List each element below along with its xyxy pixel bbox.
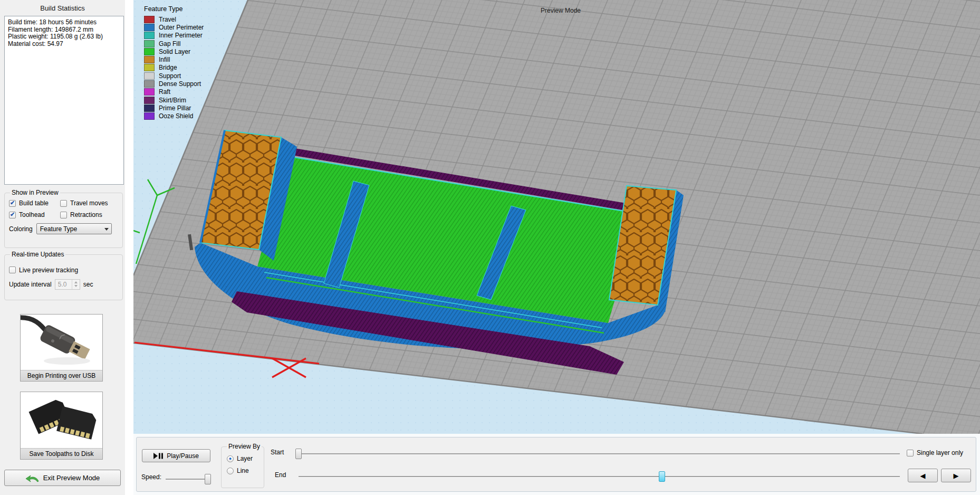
- end-layer-slider[interactable]: [299, 476, 900, 478]
- start-slider-handle[interactable]: [295, 449, 302, 459]
- stat-build-time: Build time: 18 hours 56 minutes: [8, 19, 120, 26]
- begin-printing-usb-button[interactable]: Begin Printing over USB: [20, 314, 103, 382]
- checkbox-box: ✔: [9, 200, 16, 207]
- build-statistics-box: Build time: 18 hours 56 minutes Filament…: [4, 16, 124, 185]
- build-statistics-title: Build Statistics: [0, 4, 125, 12]
- legend-item: Prime Pillar: [144, 104, 204, 112]
- legend-item: Outer Perimeter: [144, 23, 204, 31]
- legend-swatch-infill: [144, 56, 155, 63]
- legend-item: Ooze Shield: [144, 112, 204, 120]
- coloring-label: Coloring: [9, 225, 33, 233]
- coloring-dropdown[interactable]: Feature Type: [36, 223, 112, 234]
- end-slider-handle[interactable]: [659, 471, 665, 482]
- stat-plastic-weight: Plastic weight: 1195.08 g (2.63 lb): [8, 33, 120, 41]
- green-return-arrow-icon: [25, 474, 39, 482]
- speed-slider[interactable]: [166, 479, 208, 480]
- legend-item: Infill: [144, 55, 204, 63]
- spinner-arrows-icon[interactable]: [72, 280, 80, 289]
- legend-swatch-dense-support: [144, 80, 155, 88]
- checkbox-toolhead[interactable]: ✔ Toolhead: [9, 211, 60, 218]
- sidebar: Build Statistics Build time: 18 hours 56…: [0, 0, 125, 495]
- sd-cards-image: [21, 392, 102, 448]
- left-arrow-icon: ◀: [920, 472, 926, 480]
- legend-swatch-bridge: [144, 64, 155, 71]
- legend-swatch-travel: [144, 16, 155, 23]
- save-toolpaths-button[interactable]: Save Toolpaths to Disk: [20, 392, 103, 460]
- next-layer-button[interactable]: ▶: [941, 469, 971, 482]
- legend-title: Feature Type: [144, 5, 204, 13]
- checkbox-box: [9, 266, 16, 273]
- play-pause-icon: [153, 453, 163, 459]
- legend-swatch-prime-pillar: [144, 104, 155, 112]
- legend-swatch-inner-perimeter: [144, 32, 155, 39]
- show-in-preview-group: Show in Preview ✔ Build table Travel mov…: [4, 189, 123, 248]
- toolbar-region: Play/Pause Speed: Preview By ● Layer Lin…: [133, 434, 980, 495]
- right-arrow-icon: ▶: [954, 472, 959, 480]
- update-interval-spinner[interactable]: 5.0: [55, 279, 80, 290]
- checkbox-box: [907, 450, 914, 456]
- previous-layer-button[interactable]: ◀: [908, 469, 938, 482]
- legend-swatch-skirt-brim: [144, 97, 155, 104]
- preview-by-title: Preview By: [227, 443, 262, 450]
- legend-item: Travel: [144, 15, 204, 23]
- legend-swatch-ooze-shield: [144, 112, 155, 120]
- playback-toolbar: Play/Pause Speed: Preview By ● Layer Lin…: [136, 437, 976, 492]
- start-layer-slider[interactable]: [299, 453, 900, 455]
- usb-plug-image: [21, 315, 102, 370]
- 3d-viewport[interactable]: Feature Type Travel Outer Perimeter Inne…: [133, 0, 980, 434]
- sd-button-label: Save Toolpaths to Disk: [21, 448, 102, 459]
- realtime-updates-group: Real-time Updates Live preview tracking …: [4, 251, 123, 300]
- update-interval-unit: sec: [83, 281, 93, 288]
- simplify3d-preview-window: Build Statistics Build time: 18 hours 56…: [0, 0, 980, 495]
- checkbox-box: [60, 200, 67, 207]
- legend-item: Solid Layer: [144, 47, 204, 55]
- exit-preview-mode-button[interactable]: Exit Preview Mode: [4, 470, 121, 486]
- stat-filament-length: Filament length: 149867.2 mm: [8, 26, 120, 34]
- legend-swatch-raft: [144, 88, 155, 96]
- radio-circle: ●: [227, 455, 234, 462]
- checkbox-single-layer-only[interactable]: Single layer only: [907, 449, 963, 456]
- legend-item: Inner Perimeter: [144, 32, 204, 40]
- show-in-preview-title: Show in Preview: [10, 189, 60, 196]
- legend-swatch-support: [144, 72, 155, 80]
- radio-layer[interactable]: ● Layer: [227, 455, 264, 462]
- chevron-down-icon: [104, 228, 109, 231]
- legend-swatch-solid-layer: [144, 48, 155, 55]
- toolpath-scene: [133, 0, 980, 434]
- usb-button-label: Begin Printing over USB: [21, 370, 102, 381]
- play-pause-button[interactable]: Play/Pause: [142, 449, 210, 462]
- legend-item: Skirt/Brim: [144, 96, 204, 104]
- preview-by-group: Preview By ● Layer Line: [221, 443, 264, 488]
- legend-item: Dense Support: [144, 80, 204, 88]
- speed-slider-handle[interactable]: [205, 474, 211, 484]
- checkbox-box: ✔: [9, 212, 16, 218]
- update-interval-label: Update interval: [9, 281, 52, 288]
- preview-mode-label: Preview Mode: [526, 7, 595, 14]
- legend-item: Gap Fill: [144, 40, 204, 47]
- radio-circle: [227, 468, 234, 474]
- legend-item: Raft: [144, 88, 204, 96]
- end-slider-label: End: [275, 471, 286, 479]
- feature-type-legend: Feature Type Travel Outer Perimeter Inne…: [144, 5, 204, 120]
- checkbox-live-preview-tracking[interactable]: Live preview tracking: [9, 266, 78, 274]
- speed-label: Speed:: [141, 473, 161, 481]
- checkbox-box: [60, 212, 67, 218]
- start-slider-label: Start: [271, 449, 284, 456]
- checkbox-build-table[interactable]: ✔ Build table: [9, 199, 60, 207]
- legend-swatch-outer-perimeter: [144, 24, 155, 31]
- radio-line[interactable]: Line: [227, 467, 264, 474]
- legend-item: Bridge: [144, 64, 204, 72]
- realtime-updates-title: Real-time Updates: [10, 251, 65, 258]
- checkbox-retractions[interactable]: Retractions: [60, 211, 118, 218]
- stat-material-cost: Material cost: 54.97: [8, 41, 120, 48]
- checkbox-travel-moves[interactable]: Travel moves: [60, 199, 118, 207]
- legend-swatch-gap-fill: [144, 40, 155, 47]
- legend-item: Support: [144, 72, 204, 80]
